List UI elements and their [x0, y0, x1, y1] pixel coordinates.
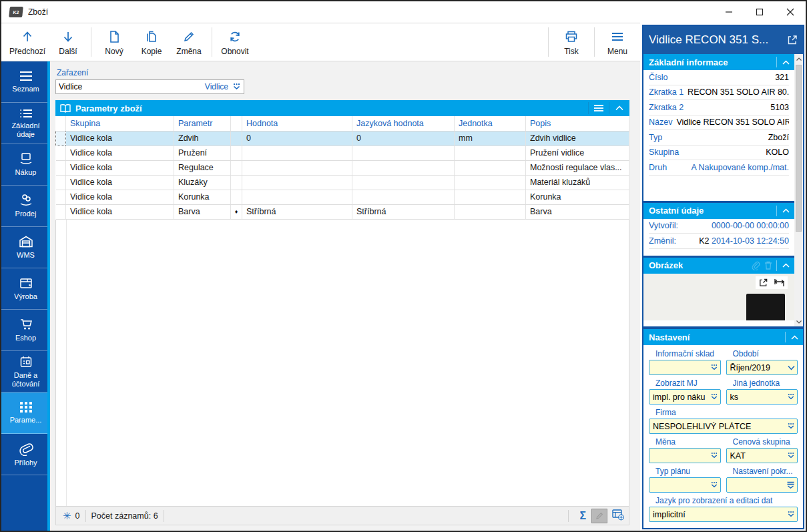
- menu-list-icon: [18, 70, 34, 82]
- table-row[interactable]: Vidlice kola Regulace Možnosti regulace …: [56, 160, 629, 175]
- k2-dropdown-icon[interactable]: [710, 393, 718, 401]
- collapse-icon[interactable]: [777, 263, 794, 268]
- menu-button[interactable]: Menu: [599, 25, 636, 59]
- scroll-up-icon[interactable]: [794, 54, 803, 63]
- zobrazit-mj-input[interactable]: [653, 392, 709, 402]
- collapse-icon[interactable]: [786, 335, 803, 340]
- chevron-down-icon[interactable]: [788, 365, 795, 370]
- k2-dropdown-icon[interactable]: [710, 481, 718, 489]
- k2-dropdown-icon[interactable]: [710, 364, 718, 371]
- sidebar-item-zakladni-udaje[interactable]: Základní údaje: [1, 103, 50, 144]
- refresh-button[interactable]: Obnovit: [216, 25, 254, 59]
- table-row[interactable]: Vidlice kola Korunka Korunka: [56, 190, 629, 204]
- firma-label: Firma: [655, 408, 798, 417]
- info-row-skupina: Skupina KOLO: [649, 146, 789, 161]
- sidebar-item-prilohy[interactable]: Přílohy: [1, 434, 50, 475]
- sidebar-item-vyroba[interactable]: Výroba: [1, 268, 50, 310]
- open-external-icon[interactable]: [787, 35, 798, 45]
- menu-chevron-icon[interactable]: [786, 481, 795, 489]
- info-row-zkratka1: Zkratka 1 RECON 351 SOLO AIR 80...: [649, 85, 789, 101]
- firma-input[interactable]: [653, 422, 786, 431]
- maximize-button[interactable]: [744, 2, 775, 22]
- minimize-button[interactable]: [714, 2, 744, 22]
- sum-icon[interactable]: Σ: [579, 510, 586, 522]
- scrollbar-thumb[interactable]: [796, 65, 802, 232]
- sell-hand-icon: [18, 194, 34, 207]
- k2-dropdown-icon[interactable]: [710, 452, 718, 459]
- cenova-skupina-field: [726, 448, 798, 463]
- detail-scrollbar[interactable]: [794, 54, 803, 326]
- section-nastaveni: Nastavení Informační sklad: [643, 329, 803, 528]
- sidebar-item-nakup[interactable]: Nákup: [1, 144, 50, 186]
- jazyk-label: Jazyk pro zobrazení a editaci dat: [655, 496, 798, 505]
- product-image[interactable]: [643, 274, 794, 320]
- mena-input[interactable]: [653, 451, 709, 461]
- column-header-parametr[interactable]: Parametr: [174, 116, 231, 131]
- column-header-skupina[interactable]: Skupina: [66, 116, 174, 131]
- section-header-ostatni: Ostatní údaje: [643, 203, 794, 219]
- zarazeni-label: Zařazení: [57, 68, 629, 77]
- k2-dropdown-icon[interactable]: [787, 511, 795, 518]
- next-button[interactable]: Další: [49, 25, 87, 59]
- table-row[interactable]: Vidlice kola Barva ♦ Stříbrná Stříbrná B…: [56, 204, 629, 219]
- column-header-jazykova[interactable]: Jazyková hodnota: [352, 116, 455, 131]
- k2-dropdown-icon[interactable]: [232, 83, 241, 91]
- column-header-popis[interactable]: Popis: [526, 116, 629, 131]
- print-button[interactable]: Tisk: [553, 25, 590, 59]
- collapse-icon[interactable]: [777, 60, 794, 65]
- jazyk-input[interactable]: [653, 510, 786, 519]
- main-area: Zařazení Vidlice Parametry zboží: [50, 61, 640, 531]
- info-row-zmenil: Změnil: K2 2014-10-03 12:24:50: [649, 234, 789, 249]
- window-title: Zboží: [28, 7, 48, 17]
- open-image-icon[interactable]: [758, 278, 768, 288]
- sidebar-item-dane-a-uctovani[interactable]: Daně a účtování: [1, 351, 50, 392]
- sidebar-item-wms[interactable]: WMS: [1, 227, 50, 268]
- cenova-skupina-input[interactable]: [730, 451, 786, 461]
- scroll-down-icon[interactable]: [794, 317, 803, 326]
- paperclip-icon: [19, 441, 33, 456]
- detail-list-icon: [18, 108, 34, 119]
- column-header-hodnota[interactable]: Hodnota: [242, 116, 352, 131]
- new-button[interactable]: Nový: [95, 25, 133, 59]
- nastaveni-pokr-input[interactable]: [730, 481, 786, 490]
- detail-panel-header: Vidlice RECON 351 S...: [643, 26, 803, 54]
- typ-planu-field: [649, 477, 721, 493]
- obdobi-label: Období: [733, 349, 798, 358]
- table-empty-area: [55, 220, 629, 507]
- table-row[interactable]: Vidlice kola Zdvih 0 0 mm Zdvih vidlice: [56, 131, 629, 146]
- previous-button[interactable]: Předchozí: [5, 25, 49, 59]
- record-count: Počet záznamů: 6: [91, 511, 158, 521]
- table-row[interactable]: Vidlice kola Kluzáky Materiál kluzáků: [56, 175, 629, 190]
- sidebar-item-seznam[interactable]: Seznam: [1, 61, 50, 103]
- firma-field: [649, 419, 798, 434]
- informacni-sklad-label: Informační sklad: [655, 349, 721, 358]
- jina-jednotka-input[interactable]: [730, 392, 786, 402]
- grid-header: Parametry zboží: [55, 100, 629, 116]
- close-button[interactable]: [775, 2, 806, 22]
- app-logo-icon: K2: [9, 7, 23, 17]
- collapse-icon[interactable]: [777, 208, 794, 213]
- k2-dropdown-icon[interactable]: [787, 393, 795, 401]
- new-document-icon: [107, 29, 121, 45]
- zarazeni-input[interactable]: [59, 82, 205, 91]
- k2-dropdown-icon[interactable]: [787, 452, 795, 459]
- table-row[interactable]: Vidlice kola Pružení Pružení vidlice: [56, 146, 629, 160]
- grid-menu-icon[interactable]: [589, 100, 609, 116]
- jina-jednotka-label: Jiná jednotka: [733, 378, 798, 388]
- zarazeni-link[interactable]: Vidlice: [205, 82, 228, 91]
- copy-button[interactable]: Kopie: [133, 25, 170, 59]
- grid-collapse-icon[interactable]: [609, 100, 629, 116]
- column-header-jednotka[interactable]: Jednotka: [455, 116, 526, 131]
- sidebar-item-prodej[interactable]: Prodej: [1, 186, 50, 227]
- typ-planu-input[interactable]: [653, 481, 709, 490]
- k2-dropdown-icon[interactable]: [787, 423, 795, 430]
- change-button[interactable]: Změna: [170, 25, 208, 59]
- obdobi-input[interactable]: [730, 363, 787, 372]
- titlebar: K2 Zboží: [1, 1, 806, 23]
- column-header-flag[interactable]: [231, 116, 242, 131]
- add-view-icon[interactable]: [611, 509, 625, 523]
- sidebar-item-eshop[interactable]: Eshop: [1, 310, 50, 351]
- informacni-sklad-input[interactable]: [653, 363, 709, 372]
- sidebar-item-parametry[interactable]: Parame...: [1, 392, 50, 434]
- fit-width-icon[interactable]: [774, 278, 785, 288]
